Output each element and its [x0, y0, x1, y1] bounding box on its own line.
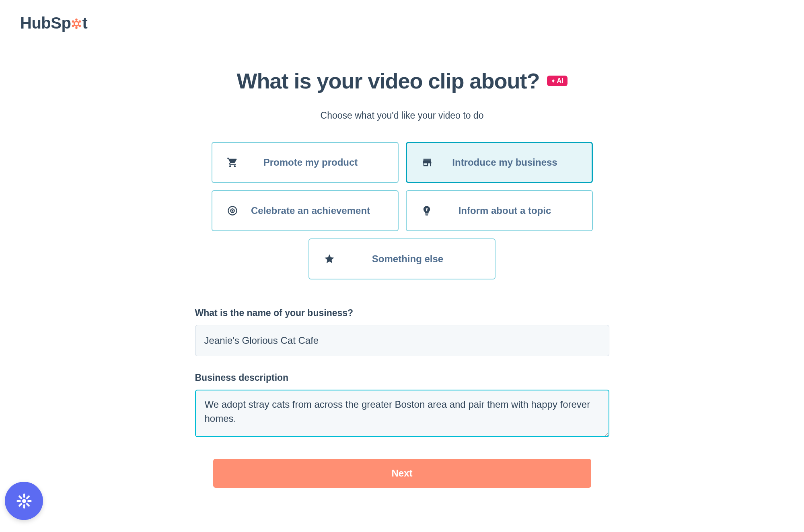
- sprocket-icon: [71, 15, 82, 26]
- svg-line-9: [78, 25, 79, 25]
- business-name-label: What is the name of your business?: [195, 308, 609, 318]
- svg-line-20: [19, 504, 21, 506]
- ai-badge: ✦ AI: [547, 76, 568, 86]
- svg-line-21: [27, 496, 29, 498]
- next-button[interactable]: Next: [213, 459, 591, 488]
- options-grid: Promote my product Introduce my business…: [205, 142, 599, 279]
- option-promote-product[interactable]: Promote my product: [212, 142, 399, 183]
- lightbulb-icon: [421, 205, 432, 216]
- option-label: Promote my product: [238, 157, 383, 168]
- svg-line-11: [74, 25, 75, 25]
- target-icon: [227, 205, 238, 216]
- svg-line-8: [78, 22, 79, 23]
- title-row: What is your video clip about? ✦ AI: [191, 68, 613, 93]
- business-description-label: Business description: [195, 372, 609, 383]
- option-label: Inform about a topic: [432, 205, 578, 216]
- business-name-input[interactable]: [195, 325, 609, 356]
- svg-point-4: [76, 27, 78, 29]
- option-inform-topic[interactable]: Inform about a topic: [406, 190, 593, 231]
- star-icon: [324, 253, 335, 265]
- page-title: What is your video clip about?: [236, 68, 539, 93]
- option-label: Celebrate an achievement: [238, 205, 383, 216]
- svg-point-13: [22, 499, 26, 503]
- svg-line-18: [19, 496, 21, 498]
- option-introduce-business[interactable]: Introduce my business: [406, 142, 593, 183]
- option-celebrate-achievement[interactable]: Celebrate an achievement: [212, 190, 399, 231]
- cart-icon: [227, 157, 238, 168]
- sparkle-icon: ✦: [551, 78, 555, 84]
- burst-icon: [16, 493, 32, 509]
- svg-line-12: [74, 22, 75, 23]
- svg-point-1: [76, 18, 78, 21]
- option-label: Introduce my business: [433, 157, 577, 168]
- option-something-else[interactable]: Something else: [308, 238, 496, 279]
- hubspot-logo: HubSpt: [20, 14, 87, 32]
- option-label: Something else: [335, 253, 480, 265]
- svg-line-19: [27, 504, 29, 506]
- store-icon: [422, 157, 433, 168]
- help-fab[interactable]: [5, 482, 43, 520]
- business-description-input[interactable]: [195, 390, 609, 437]
- subtitle: Choose what you'd like your video to do: [191, 110, 613, 121]
